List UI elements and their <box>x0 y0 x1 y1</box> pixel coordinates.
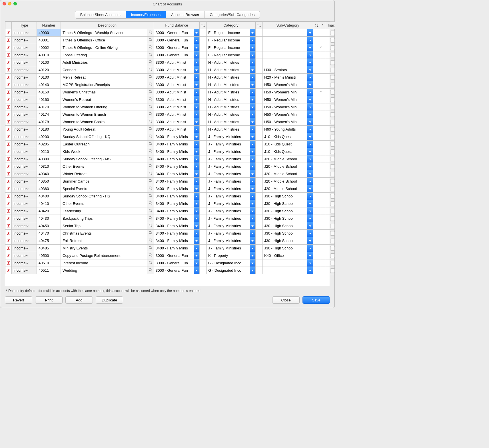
subcategory-dropdown[interactable]: J20 - Middle School <box>262 178 313 185</box>
category-dropdown[interactable]: J - Family Ministries <box>207 200 255 207</box>
add-button[interactable]: Add <box>65 296 93 304</box>
category-dropdown[interactable]: J - Family Ministries <box>207 193 255 200</box>
delete-row-button[interactable]: X <box>5 207 12 215</box>
search-button[interactable] <box>147 237 154 244</box>
close-icon[interactable] <box>3 2 6 5</box>
delete-row-button[interactable]: X <box>5 193 12 200</box>
delete-row-button[interactable]: X <box>5 155 12 163</box>
header-subcat-sort[interactable]: AZ <box>313 22 320 29</box>
fund-balance-dropdown[interactable]: 3300 - Adult Minist <box>154 111 199 118</box>
header-number[interactable]: Number <box>37 22 61 29</box>
subcategory-dropdown[interactable]: J30 - High School <box>262 245 313 252</box>
fund-balance-dropdown[interactable]: 3400 - Family Minis <box>154 230 199 237</box>
number-field[interactable]: 40100 <box>37 59 61 66</box>
type-dropdown[interactable]: Income <box>12 59 37 66</box>
delete-row-button[interactable]: X <box>5 29 12 37</box>
header-category[interactable]: Category <box>207 22 256 29</box>
category-dropdown[interactable]: H - Adult Ministries <box>207 81 255 88</box>
subcategory-dropdown[interactable] <box>262 44 313 51</box>
category-dropdown[interactable]: G - Designated Inco <box>207 267 255 274</box>
type-dropdown[interactable]: Income <box>12 215 37 222</box>
inactive-checkbox[interactable] <box>330 127 335 132</box>
print-button[interactable]: Print <box>35 296 63 304</box>
delete-row-button[interactable]: X <box>5 66 12 74</box>
header-description[interactable]: Description <box>61 22 154 29</box>
fund-balance-dropdown[interactable]: 3400 - Family Minis <box>154 133 199 140</box>
subcategory-dropdown[interactable] <box>262 259 313 267</box>
number-field[interactable]: 40420 <box>37 207 61 215</box>
category-dropdown[interactable]: J - Family Ministries <box>207 163 255 170</box>
delete-row-button[interactable]: X <box>5 222 12 230</box>
search-button[interactable] <box>147 178 154 185</box>
delete-row-button[interactable]: X <box>5 163 12 170</box>
search-button[interactable] <box>147 133 154 140</box>
type-dropdown[interactable]: Income <box>12 193 37 200</box>
delete-row-button[interactable]: X <box>5 51 12 59</box>
search-button[interactable] <box>147 170 154 177</box>
category-dropdown[interactable]: J - Family Ministries <box>207 222 255 229</box>
description-field[interactable]: Women's Retreat <box>61 96 147 103</box>
search-button[interactable] <box>147 245 154 252</box>
type-dropdown[interactable]: Income <box>12 237 37 244</box>
type-dropdown[interactable]: Income <box>12 267 37 274</box>
delete-row-button[interactable]: X <box>5 259 12 267</box>
subcategory-dropdown[interactable]: J10 - Kids Quest <box>262 148 313 155</box>
description-field[interactable]: Young Adult Retreat <box>61 126 147 133</box>
search-button[interactable] <box>147 193 154 200</box>
tab-categories-sub-categories[interactable]: Categories/Sub-Categories <box>205 11 260 18</box>
type-dropdown[interactable]: Income <box>12 155 37 163</box>
search-button[interactable] <box>147 163 154 170</box>
number-field[interactable]: 40310 <box>37 163 61 170</box>
inactive-checkbox[interactable] <box>330 38 335 43</box>
search-button[interactable] <box>147 81 154 88</box>
description-field[interactable]: Adult Ministries <box>61 59 147 66</box>
fund-balance-dropdown[interactable]: 3400 - Family Minis <box>154 215 199 222</box>
search-button[interactable] <box>147 96 154 103</box>
search-button[interactable] <box>147 267 154 274</box>
number-field[interactable]: 40130 <box>37 74 61 81</box>
category-dropdown[interactable]: H - Adult Ministries <box>207 126 255 133</box>
fund-balance-dropdown[interactable]: 3300 - Adult Minist <box>154 59 199 66</box>
description-field[interactable]: Sunday School Offering - HS <box>61 193 147 200</box>
type-dropdown[interactable]: Income <box>12 259 37 267</box>
inactive-checkbox[interactable] <box>330 194 335 199</box>
delete-row-button[interactable]: X <box>5 267 12 274</box>
header-fund-balance[interactable]: Fund Balance <box>154 22 200 29</box>
category-dropdown[interactable]: J - Family Ministries <box>207 170 255 177</box>
category-dropdown[interactable]: J - Family Ministries <box>207 133 255 140</box>
fund-balance-dropdown[interactable]: 3400 - Family Minis <box>154 200 199 207</box>
inactive-checkbox[interactable] <box>330 120 335 124</box>
category-dropdown[interactable]: J - Family Ministries <box>207 141 255 148</box>
delete-row-button[interactable]: X <box>5 252 12 259</box>
inactive-checkbox[interactable] <box>330 60 335 65</box>
fund-balance-dropdown[interactable]: 3400 - Family Minis <box>154 155 199 163</box>
number-field[interactable]: 40400 <box>37 193 61 200</box>
subcategory-dropdown[interactable]: J30 - High School <box>262 230 313 237</box>
subcategory-dropdown[interactable]: H50 - Women's Min <box>262 111 313 118</box>
type-dropdown[interactable]: Income <box>12 148 37 155</box>
description-field[interactable]: Sunday School Offering - MS <box>61 155 147 163</box>
search-button[interactable] <box>147 141 154 148</box>
fund-balance-dropdown[interactable]: 3300 - Adult Minist <box>154 74 199 81</box>
delete-row-button[interactable]: X <box>5 126 12 133</box>
inactive-checkbox[interactable] <box>330 142 335 147</box>
search-button[interactable] <box>147 126 154 133</box>
header-inactive[interactable]: Inact. <box>325 22 335 29</box>
number-field[interactable]: 40450 <box>37 222 61 229</box>
number-field[interactable]: 40002 <box>37 44 61 51</box>
fund-balance-dropdown[interactable]: 3300 - Adult Minist <box>154 103 199 111</box>
delete-row-button[interactable]: X <box>5 230 12 237</box>
duplicate-button[interactable]: Duplicate <box>96 296 123 304</box>
inactive-checkbox[interactable] <box>330 45 335 50</box>
fund-balance-dropdown[interactable]: 3300 - Adult Minist <box>154 126 199 133</box>
inactive-checkbox[interactable] <box>330 149 335 154</box>
fund-balance-dropdown[interactable]: 3000 - General Fun <box>154 259 199 267</box>
search-button[interactable] <box>147 59 154 66</box>
category-dropdown[interactable]: H - Adult Ministries <box>207 103 255 111</box>
category-dropdown[interactable]: F - Regular Income <box>207 51 255 59</box>
type-dropdown[interactable]: Income <box>12 37 37 44</box>
fund-balance-dropdown[interactable]: 3000 - General Fun <box>154 252 199 259</box>
delete-row-button[interactable]: X <box>5 111 12 118</box>
inactive-checkbox[interactable] <box>330 135 335 139</box>
number-field[interactable]: 40485 <box>37 245 61 252</box>
